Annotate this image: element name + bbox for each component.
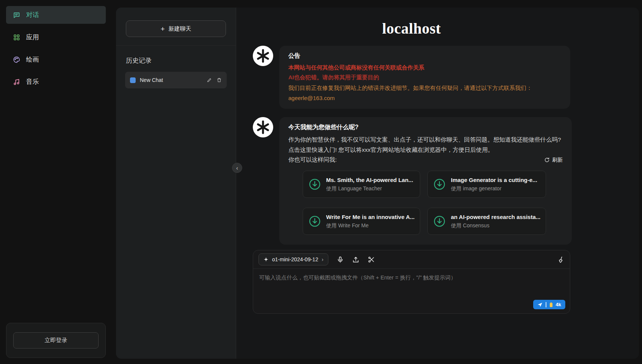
- suggestion-title: Image Generator is a cutting-e...: [451, 177, 537, 183]
- chat-area: localhost: [236, 8, 639, 359]
- mic-button[interactable]: [337, 256, 344, 263]
- assistant-avatar: [253, 117, 273, 137]
- upload-button[interactable]: [352, 256, 359, 263]
- ask-hint-text: 你也可以这样问我:: [288, 156, 337, 164]
- welcome-title: 今天我能为您做些什么呢?: [288, 123, 563, 131]
- new-chat-button[interactable]: + 新建聊天: [126, 20, 226, 37]
- chat-item-actions: [207, 77, 222, 83]
- send-button[interactable]: 4k: [533, 300, 565, 309]
- chat-item-title: New Chat: [140, 77, 203, 83]
- suggestion-title: Write For Me is an innovative A...: [326, 214, 415, 220]
- announcement-title: 公告: [288, 52, 561, 60]
- sidebar-item-label: 绘画: [26, 55, 39, 64]
- suggestion-title: an AI-powered research assista...: [451, 214, 540, 220]
- suggestion-card[interactable]: Write For Me is an innovative A... 使用 Wr…: [303, 208, 420, 235]
- announcement-line-3: 我们目前正在修复我们网站上的错误并改进细节。如果您有任何疑问，请通过以下方式联系…: [288, 84, 561, 93]
- suggestion-title: Ms. Smith, the AI-powered Lan...: [326, 177, 413, 183]
- upload-icon: [352, 256, 359, 263]
- app-window: 对话 应用 绘画 音乐 立即登录: [0, 0, 642, 364]
- openai-logo-icon: [255, 120, 271, 135]
- assistant-avatar: [253, 46, 273, 66]
- announcement-email: ageerle@163.com: [288, 95, 561, 101]
- suggestion-grid: Ms. Smith, the AI-powered Lan... 使用 Lang…: [303, 171, 546, 235]
- sparkle-icon: [263, 257, 269, 262]
- welcome-bubble: 今天我能为您做些什么呢? 作为你的智慧伙伴，我不仅可以写文案、出点子，还可以和你…: [279, 117, 572, 245]
- message-row-announcement: 公告 本网站与任何其他公司或商标没有任何关联或合作关系 AI也会犯错。请勿将其用…: [253, 46, 570, 109]
- delete-chat-button[interactable]: [217, 77, 222, 83]
- sidebar-item-label: 应用: [26, 33, 39, 42]
- new-chat-label: 新建聊天: [169, 25, 191, 32]
- sidebar: 对话 应用 绘画 音乐 立即登录: [0, 0, 112, 364]
- sidebar-item-apps[interactable]: 应用: [6, 28, 106, 46]
- refresh-button[interactable]: 刷新: [544, 157, 563, 163]
- composer: o1-mini-2024-09-12 ›: [253, 250, 570, 314]
- model-selector[interactable]: o1-mini-2024-09-12 ›: [258, 253, 328, 265]
- login-panel: 立即登录: [6, 323, 106, 358]
- sidebar-item-label: 对话: [26, 11, 39, 19]
- collapse-handle[interactable]: ‹: [232, 163, 242, 173]
- chat-list-item[interactable]: New Chat: [125, 72, 227, 88]
- download-circle-icon: [433, 215, 446, 228]
- ask-hint-row: 你也可以这样问我: 刷新: [288, 156, 563, 164]
- download-circle-icon: [433, 178, 446, 191]
- suggestion-subtitle: 使用 image generator: [451, 185, 537, 192]
- badge-divider: [546, 302, 546, 307]
- new-chat-section: + 新建聊天: [116, 8, 236, 46]
- scissors-icon: [368, 256, 375, 263]
- history-panel: + 新建聊天 历史记录 New Chat: [116, 8, 236, 359]
- announcement-line-1: 本网站与任何其他公司或商标没有任何关联或合作关系: [288, 64, 561, 71]
- download-circle-icon: [308, 215, 321, 228]
- trash-icon: [217, 77, 222, 83]
- history-heading: 历史记录: [126, 56, 226, 65]
- sidebar-item-paint[interactable]: 绘画: [6, 51, 106, 68]
- login-button[interactable]: 立即登录: [13, 332, 99, 349]
- apps-grid-icon: [13, 34, 20, 41]
- download-circle-icon: [308, 178, 321, 191]
- suggestion-card[interactable]: Ms. Smith, the AI-powered Lan... 使用 Lang…: [303, 171, 420, 198]
- pencil-icon: [207, 77, 212, 83]
- suggestion-subtitle: 使用 Language Teacher: [326, 185, 413, 192]
- scissors-button[interactable]: [368, 256, 375, 263]
- message-input[interactable]: [253, 269, 570, 313]
- music-note-icon: [13, 78, 20, 86]
- suggestion-subtitle: 使用 Write For Me: [326, 222, 415, 229]
- announcement-line-2: AI也会犯错。请勿将其用于重要目的: [288, 74, 561, 81]
- paper-plane-icon: [537, 302, 543, 307]
- clear-broom-button[interactable]: [557, 256, 565, 263]
- suggestion-card[interactable]: Image Generator is a cutting-e... 使用 ima…: [427, 171, 546, 198]
- refresh-label: 刷新: [552, 157, 563, 163]
- chat-color-swatch: [130, 77, 136, 83]
- suggestion-subtitle: 使用 Consensus: [451, 222, 540, 229]
- battery-icon: [549, 302, 553, 307]
- token-count: 4k: [556, 302, 561, 307]
- openai-logo-icon: [255, 48, 271, 63]
- refresh-icon: [544, 157, 550, 163]
- chevron-right-icon: ›: [322, 256, 323, 262]
- content-container: + 新建聊天 历史记录 New Chat: [116, 8, 639, 359]
- page-title: localhost: [253, 20, 570, 37]
- model-label: o1-mini-2024-09-12: [272, 256, 318, 262]
- chat-bubble-icon: [13, 11, 20, 19]
- palette-icon: [13, 56, 20, 63]
- chevron-left-icon: ‹: [236, 165, 238, 171]
- broom-icon: [557, 256, 565, 263]
- message-row-welcome: 今天我能为您做些什么呢? 作为你的智慧伙伴，我不仅可以写文案、出点子，还可以和你…: [253, 117, 570, 245]
- sidebar-item-label: 音乐: [26, 77, 39, 86]
- sidebar-item-chat[interactable]: 对话: [6, 6, 106, 24]
- composer-toolbar: o1-mini-2024-09-12 ›: [253, 250, 570, 269]
- sidebar-item-music[interactable]: 音乐: [6, 73, 106, 91]
- announcement-bubble: 公告 本网站与任何其他公司或商标没有任何关联或合作关系 AI也会犯错。请勿将其用…: [279, 46, 570, 109]
- plus-icon: +: [161, 25, 165, 32]
- welcome-body: 作为你的智慧伙伴，我不仅可以写文案、出点子，还可以和你聊天、回答问题。想知道我还…: [288, 134, 563, 156]
- composer-body: 4k: [253, 269, 570, 313]
- suggestion-card[interactable]: an AI-powered research assista... 使用 Con…: [427, 208, 546, 235]
- edit-chat-button[interactable]: [207, 77, 212, 83]
- mic-icon: [337, 256, 344, 263]
